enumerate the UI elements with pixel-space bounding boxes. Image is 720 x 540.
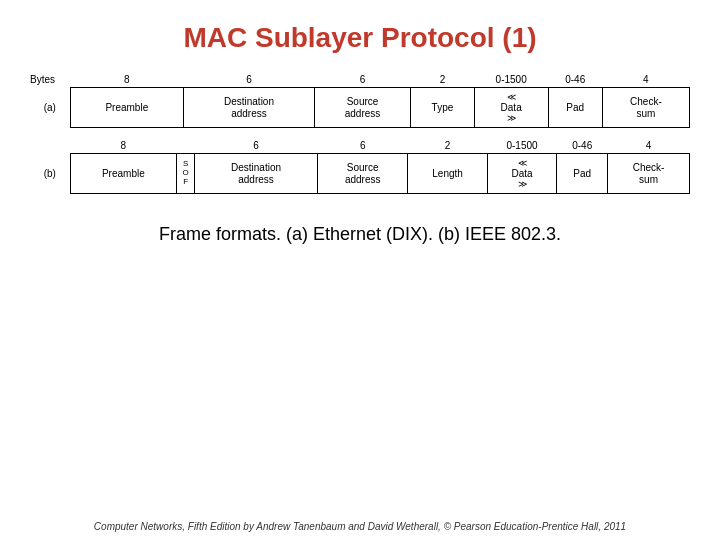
- byte-col-7: 4: [602, 74, 689, 88]
- byte-col-5: 0-1500: [474, 74, 548, 88]
- frame-table-a: Bytes 8 6 6 2 0-1500 0-46 4 (a) Preamble…: [30, 74, 690, 128]
- field-sof-b: SOF: [177, 154, 195, 194]
- bytes-label: Bytes: [30, 74, 70, 88]
- frame-row-b: (b) Preamble SOF Destinationaddress Sour…: [30, 154, 690, 194]
- frame-row-a: (a) Preamble Destinationaddress Sourcead…: [30, 88, 690, 128]
- field-checksum-a: Check-sum: [602, 88, 689, 128]
- page-title: MAC Sublayer Protocol (1): [0, 0, 720, 64]
- byte-col-6: 0-46: [548, 74, 602, 88]
- field-dest-addr-b: Destinationaddress: [195, 154, 318, 194]
- byte-col-b2: 6: [195, 140, 318, 154]
- byte-col-b6: 0-46: [557, 140, 608, 154]
- caption: Frame formats. (a) Ethernet (DIX). (b) I…: [0, 224, 720, 245]
- byte-col-1: 8: [70, 74, 184, 88]
- field-type-a: Type: [411, 88, 474, 128]
- field-src-addr-a: Sourceaddress: [314, 88, 410, 128]
- field-pad-a: Pad: [548, 88, 602, 128]
- byte-col-b7: 4: [608, 140, 690, 154]
- byte-col-3: 6: [314, 74, 410, 88]
- field-src-addr-b: Sourceaddress: [317, 154, 408, 194]
- field-data-a: ≪ Data ≫: [474, 88, 548, 128]
- field-preamble-b: Preamble: [70, 154, 177, 194]
- field-pad-b: Pad: [557, 154, 608, 194]
- byte-col-b5: 0-1500: [487, 140, 556, 154]
- field-length-b: Length: [408, 154, 487, 194]
- byte-col-b-sof: [177, 140, 195, 154]
- field-dest-addr-a: Destinationaddress: [184, 88, 315, 128]
- bytes-row-a: Bytes 8 6 6 2 0-1500 0-46 4: [30, 74, 690, 88]
- byte-col-4: 2: [411, 74, 474, 88]
- row-a-label: (a): [30, 88, 70, 128]
- row-b-label: (b): [30, 154, 70, 194]
- footer: Computer Networks, Fifth Edition by Andr…: [0, 521, 720, 532]
- section-gap: [30, 128, 690, 140]
- byte-col-b3: 6: [317, 140, 408, 154]
- byte-col-b4: 2: [408, 140, 487, 154]
- byte-col-2: 6: [184, 74, 315, 88]
- diagram-area: Bytes 8 6 6 2 0-1500 0-46 4 (a) Preamble…: [30, 74, 690, 194]
- byte-col-b1: 8: [70, 140, 177, 154]
- field-checksum-b: Check-sum: [608, 154, 690, 194]
- field-data-b: ≪ Data ≫: [487, 154, 556, 194]
- frame-table-b: 8 6 6 2 0-1500 0-46 4 (b) Preamble SOF D…: [30, 140, 690, 194]
- field-preamble-a: Preamble: [70, 88, 184, 128]
- bytes-row-b: 8 6 6 2 0-1500 0-46 4: [30, 140, 690, 154]
- bytes-label-b: [30, 140, 70, 154]
